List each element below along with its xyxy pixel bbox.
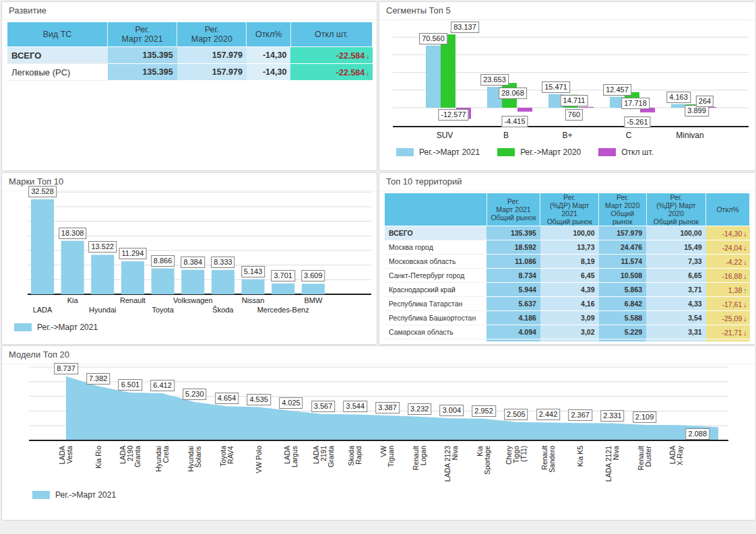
- cell-reg-2021: 5.944: [486, 283, 540, 297]
- value-label: 7.382: [86, 373, 111, 385]
- cell-value: -25,09: [722, 314, 742, 323]
- bar-Hyundai[interactable]: [91, 255, 114, 294]
- value-label: 23.653: [480, 74, 509, 86]
- arrow-down-icon: ↓: [743, 244, 747, 252]
- table-row[interactable]: Самарская область4.0943,025.2293,31-21,7…: [385, 325, 750, 339]
- x-tick-Volkswagen: Volkswagen: [173, 296, 213, 304]
- table-row[interactable]: Москва город18.59213,7324.47615,49-24,04…: [385, 240, 750, 255]
- cell-reg-2020: 5.588: [599, 311, 647, 325]
- panel-title-marki: Марки Топ 10: [2, 173, 377, 191]
- panel-models: Модели Топ 20 LADA Vesta8.737Kia Rio7.38…: [1, 345, 756, 521]
- legend-swatch-icon: [598, 148, 616, 156]
- value-label: 13.522: [88, 241, 117, 253]
- table-row[interactable]: Московская область11.0868,1911.5747,33-4…: [385, 255, 750, 269]
- table-row[interactable]: ВСЕГО135.395100,00157.979100,00-14,30↓: [385, 226, 750, 240]
- arrow-down-icon: ↓: [366, 52, 369, 60]
- bar-Nissan[interactable]: [242, 279, 265, 294]
- legend-item-0[interactable]: Рег.->Март 2021: [32, 490, 116, 500]
- table-row[interactable]: Санкт-Петербург город8.7346,4510.5086,65…: [385, 269, 750, 283]
- bar-otkl-B+[interactable]: [579, 107, 594, 108]
- row-label: Санкт-Петербург город: [385, 269, 486, 283]
- cell-value: 1,38: [728, 286, 742, 294]
- x-tick-model-2: LADA 2190 Granta: [119, 446, 141, 467]
- cell-value: -16,88: [722, 272, 742, 280]
- table-row[interactable]: Республика Татарстан5.6374,166.8424,33-1…: [385, 297, 750, 311]
- cell-otkl-pct: -14,30: [247, 64, 290, 81]
- legend-label: Рег.->Март 2021: [419, 147, 480, 157]
- cell-pct-2021: 8,19: [540, 255, 599, 269]
- column-header: Рег. Март 2020: [177, 22, 247, 47]
- value-label: 4.163: [666, 92, 691, 103]
- bar-Volkswagen[interactable]: [181, 270, 204, 294]
- marki-chart: LADA32.528Kia18.308Hyundai13.522Renault1…: [2, 191, 377, 344]
- table-row[interactable]: Свердловская область3.8332,834.9693,15-2…: [385, 339, 750, 342]
- cell-reg-2020: 5.229: [599, 325, 647, 339]
- chart-legend: Рег.->Март 2021Рег.->Март 2020Откл шт.: [396, 147, 654, 157]
- bar-BMW[interactable]: [302, 283, 325, 294]
- cell-pct-2021: 13,73: [540, 240, 599, 255]
- bar-Toyota[interactable]: [152, 269, 175, 294]
- cell-pct-2020: 7,33: [646, 255, 705, 269]
- cell-pct-2021: 4,39: [540, 283, 599, 297]
- cell-pct-2020: 3,54: [646, 311, 705, 325]
- table-row[interactable]: Краснодарский край5.9444,395.8633,711,38…: [385, 283, 750, 297]
- cell-reg-2021: 4.186: [486, 311, 540, 325]
- cell-reg-2020: 24.476: [599, 240, 647, 255]
- x-tick-model-3: Hyundai Creta: [155, 446, 170, 472]
- cell-reg-2020: 157.979: [177, 47, 247, 64]
- row-label: Свердловская область: [385, 339, 486, 342]
- legend-item-0[interactable]: Рег.->Март 2021: [14, 323, 98, 332]
- value-label: -5.261: [624, 116, 650, 128]
- x-tick-model-18: Renault Duster: [637, 446, 652, 470]
- legend-item-2[interactable]: Откл шт.: [598, 147, 654, 157]
- bar-Mercedes-Benz[interactable]: [272, 283, 294, 294]
- row-label: Легковые (PC): [7, 64, 108, 81]
- legend-item-0[interactable]: Рег.->Март 2021: [396, 147, 480, 157]
- cell-reg-2020: 157.979: [177, 64, 247, 81]
- bar-2021-SUV[interactable]: [426, 46, 441, 108]
- cell-otkl-pct: -14,30: [247, 47, 290, 64]
- table-row[interactable]: Республика Башкортостан4.1863,095.5883,5…: [385, 311, 750, 325]
- bar-2020-SUV[interactable]: [441, 34, 455, 108]
- x-tick-Renault: Renault: [120, 296, 146, 304]
- value-label: 12.457: [603, 84, 631, 96]
- cell-pct-2020: 100,00: [646, 226, 705, 240]
- table-row[interactable]: Легковые (PC)135.395157.979-14,30-22.584…: [7, 64, 373, 81]
- arrow-down-icon: ↓: [743, 272, 747, 280]
- bar-Renault[interactable]: [121, 261, 144, 294]
- cell-reg-2021: 135.395: [486, 226, 540, 240]
- cell-reg-2020: 157.979: [599, 226, 647, 240]
- cell-reg-2021: 8.734: [486, 269, 540, 283]
- cell-reg-2020: 6.842: [599, 297, 647, 311]
- arrow-down-icon: ↓: [743, 329, 747, 337]
- column-header: Откл%: [247, 22, 290, 47]
- cell-pct-2021: 3,09: [540, 311, 599, 325]
- bar-LADA[interactable]: [31, 199, 54, 294]
- bar-2021-Minivan[interactable]: [671, 104, 686, 108]
- legend-item-1[interactable]: Рег.->Март 2020: [497, 147, 581, 157]
- table-row[interactable]: ВСЕГО135.395157.979-14,30-22.584↓: [7, 47, 373, 64]
- x-tick-model-15: Renault Sandero: [541, 446, 556, 473]
- cell-pct-2021: 100,00: [540, 226, 599, 240]
- cell-reg-2020: 10.508: [599, 269, 647, 283]
- value-label: 3.609: [301, 270, 325, 281]
- row-label: Самарская область: [385, 325, 486, 339]
- value-label: 3.544: [344, 401, 368, 412]
- cell-reg-2021: 5.637: [486, 297, 540, 311]
- column-header: Откл шт.: [290, 22, 372, 47]
- bar-Škoda[interactable]: [212, 270, 234, 294]
- cell-value: -24,04: [722, 244, 742, 252]
- cell-otkl: -24,04↓: [706, 240, 750, 255]
- value-label: 3.232: [408, 403, 432, 415]
- panel-marki: Марки Топ 10 LADA32.528Kia18.308Hyundai1…: [1, 172, 377, 345]
- arrow-down-icon: ↓: [366, 69, 369, 77]
- x-tick-BMW: BMW: [304, 296, 322, 304]
- cell-value: -21,71: [722, 329, 742, 337]
- value-label: 3.567: [311, 401, 336, 412]
- x-tick-Nissan: Nissan: [242, 296, 265, 304]
- bar-Kia[interactable]: [61, 241, 84, 294]
- arrow-down-icon: ↓: [743, 258, 747, 266]
- x-tick-SUV: SUV: [437, 131, 453, 140]
- bar-otkl-B[interactable]: [517, 108, 532, 112]
- cell-reg-2020: 5.863: [599, 283, 647, 297]
